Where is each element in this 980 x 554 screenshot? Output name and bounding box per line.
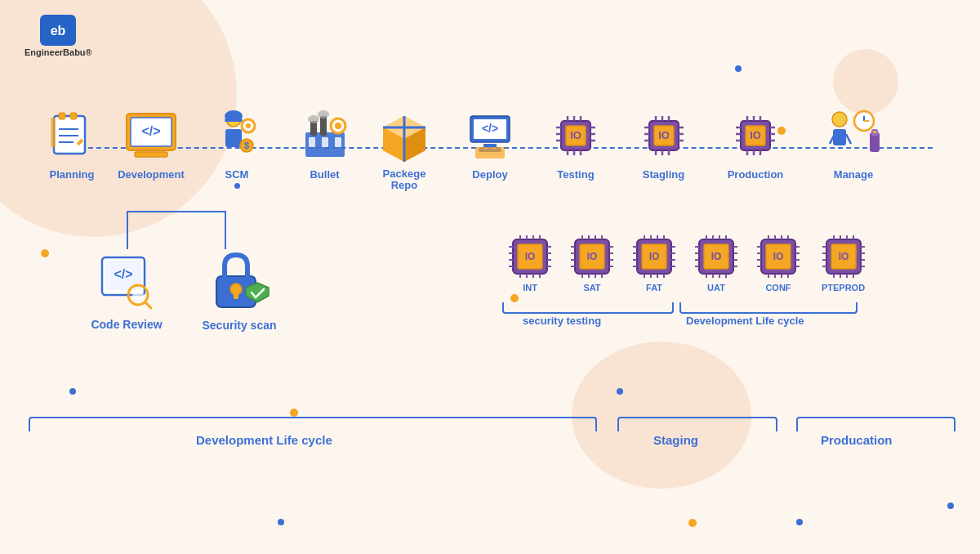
- svg-text:IO: IO: [658, 129, 670, 141]
- pipeline-container: Planning </> Development: [24, 106, 972, 221]
- bracket-dev-lifecycle-sub: [679, 302, 858, 314]
- svg-text:$: $: [244, 141, 249, 150]
- svg-rect-43: [475, 147, 505, 159]
- svg-point-28: [308, 115, 319, 123]
- stage-scm: $ SCM: [208, 106, 265, 189]
- code-review-icon: </>: [94, 249, 159, 315]
- stage-development: </> Development: [114, 106, 188, 181]
- branch-security-scan: Security scan: [186, 245, 292, 332]
- stage-production: IO Production: [719, 106, 792, 181]
- svg-rect-27: [320, 116, 327, 136]
- bracket-security-testing: [502, 302, 674, 314]
- logo-text: EngineerBabu®: [24, 47, 92, 57]
- svg-rect-97: [873, 131, 876, 133]
- svg-text:IO: IO: [525, 251, 536, 262]
- planning-icon: [42, 106, 101, 165]
- svg-text:IO: IO: [773, 251, 784, 262]
- svg-rect-16: [225, 118, 243, 122]
- svg-point-29: [318, 110, 329, 118]
- svg-text:IO: IO: [750, 129, 761, 141]
- development-label: Development: [118, 168, 185, 181]
- svg-line-99: [846, 134, 851, 144]
- bottom-dev-lifecycle-label: Development Life cycle: [196, 433, 332, 447]
- sub-stage-fat: IO FAT: [626, 233, 682, 293]
- svg-rect-17: [225, 129, 242, 147]
- development-icon: </>: [118, 106, 184, 165]
- scm-dot: [234, 183, 240, 189]
- sub-stage-uat: IO UAT: [688, 233, 744, 293]
- logo-icon: eb: [40, 15, 76, 46]
- package-icon: [375, 106, 434, 165]
- scm-label: SCM: [225, 168, 249, 181]
- svg-rect-13: [135, 152, 167, 157]
- sub-stage-int: IO INT: [502, 233, 558, 293]
- int-label: INT: [523, 283, 537, 293]
- svg-text:</>: </>: [482, 122, 498, 135]
- svg-line-104: [145, 302, 151, 308]
- sub-stage-sat: IO SAT: [564, 233, 620, 293]
- deploy-icon: </>: [461, 106, 519, 165]
- branch-code-review: </> Code Review: [74, 249, 180, 331]
- staging-icon: IO: [635, 106, 693, 165]
- fat-label: FAT: [646, 283, 662, 293]
- branch-v-left2: [127, 212, 128, 249]
- package-label: PackegeRepo: [383, 168, 426, 192]
- manage-icon: [824, 106, 883, 165]
- stage-manage: Manage: [821, 106, 886, 181]
- security-testing-label: security testing: [523, 315, 601, 327]
- bullet-icon: [296, 106, 354, 165]
- bg-blob-3: [833, 49, 898, 114]
- svg-rect-4: [70, 113, 77, 119]
- svg-point-89: [832, 112, 847, 127]
- stage-testing: IO: [543, 106, 608, 181]
- bottom-staging-label: Staging: [653, 433, 698, 447]
- svg-text:IO: IO: [838, 251, 849, 262]
- svg-rect-3: [59, 113, 65, 119]
- svg-rect-8: [51, 118, 56, 147]
- svg-point-31: [335, 123, 341, 129]
- production-label: Production: [728, 168, 784, 181]
- svg-point-105: [132, 289, 144, 301]
- conf-label: CONF: [765, 283, 791, 293]
- testing-label: Testing: [557, 168, 594, 181]
- scm-icon: $: [208, 106, 265, 165]
- svg-rect-90: [833, 129, 846, 145]
- svg-rect-23: [309, 137, 315, 147]
- dev-lifecycle-sub-label: Development Life cycle: [686, 315, 804, 327]
- svg-rect-108: [234, 291, 238, 299]
- bottom-bracket-staging: [617, 417, 777, 431]
- bg-blob-2: [572, 342, 751, 489]
- sub-stage-conf: IO CONF: [751, 233, 806, 293]
- sub-stage-pteprod: IO PTEPROD: [813, 233, 874, 293]
- stage-package: PackegeRepo: [372, 106, 437, 192]
- deploy-label: Deploy: [472, 168, 507, 181]
- code-review-label: Code Review: [91, 318, 162, 331]
- logo: eb EngineerBabu®: [24, 15, 92, 57]
- svg-text:</>: </>: [141, 124, 160, 138]
- branch-v-right2: [225, 212, 226, 249]
- manage-label: Manage: [834, 168, 873, 181]
- svg-text:</>: </>: [114, 267, 132, 281]
- staging-label: Stagling: [643, 168, 684, 181]
- branch-h-top: [127, 211, 225, 212]
- svg-text:eb: eb: [51, 24, 66, 38]
- svg-text:IO: IO: [570, 129, 581, 141]
- bottom-bracket-production: [796, 417, 956, 431]
- pteprod-label: PTEPROD: [822, 283, 865, 293]
- testing-icon: IO: [546, 106, 605, 165]
- bottom-bracket-dev: [29, 417, 597, 431]
- svg-rect-24: [322, 137, 328, 147]
- svg-point-19: [246, 123, 251, 128]
- uat-label: UAT: [707, 283, 725, 293]
- security-scan-icon: [203, 245, 275, 317]
- stage-planning: Planning: [39, 106, 105, 181]
- stage-deploy: </> Deploy: [457, 106, 523, 181]
- svg-text:IO: IO: [711, 251, 722, 262]
- stage-bullet: Bullet: [294, 106, 355, 181]
- svg-text:IO: IO: [649, 251, 660, 262]
- svg-text:IO: IO: [587, 251, 598, 262]
- bullet-label: Bullet: [310, 168, 339, 181]
- svg-rect-25: [335, 137, 341, 147]
- bottom-production-label: Producation: [821, 433, 893, 447]
- sub-stages-row: IO INT: [502, 233, 874, 293]
